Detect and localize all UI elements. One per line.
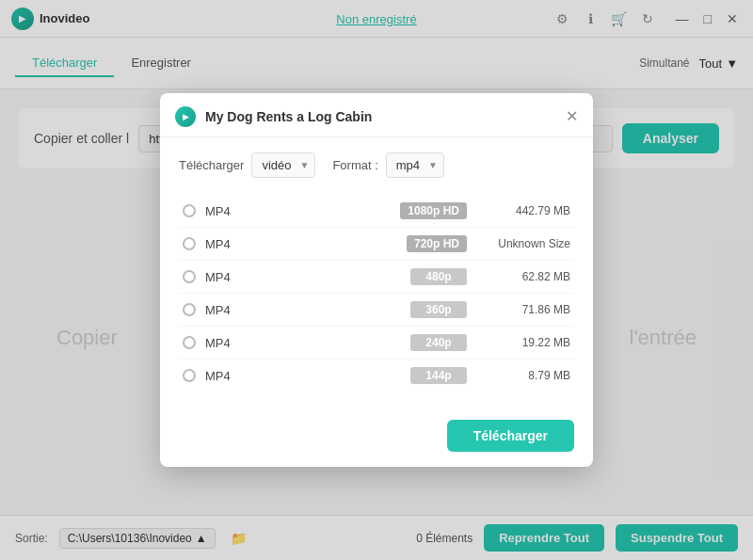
quality-list-item[interactable]: MP4 144p 8.79 MB [179, 360, 574, 392]
quality-badge-2: 480p [410, 268, 467, 285]
quality-badge-5: 144p [410, 367, 467, 384]
quality-size-0: 442.79 MB [476, 204, 570, 217]
modal-dialog: My Dog Rents a Log Cabin ✕ Télécharger v… [160, 93, 593, 467]
modal-header: My Dog Rents a Log Cabin ✕ [160, 93, 593, 137]
quality-format-3: MP4 [205, 303, 252, 317]
quality-size-1: Unknown Size [476, 237, 570, 250]
telecharger-label: Télécharger [179, 158, 244, 172]
quality-size-4: 19.22 MB [476, 336, 570, 349]
quality-radio-0[interactable] [183, 204, 196, 217]
telecharger-button[interactable]: Télécharger [447, 420, 574, 452]
quality-list-item[interactable]: MP4 720p HD Unknown Size [179, 228, 574, 261]
quality-format-2: MP4 [205, 270, 252, 284]
quality-format-0: MP4 [205, 204, 252, 218]
video-dropdown-wrapper: vidéo ▼ [251, 152, 315, 178]
quality-badge-3: 360p [410, 301, 467, 318]
quality-format-4: MP4 [205, 336, 252, 350]
modal-controls: Télécharger vidéo ▼ Format : mp4 ▼ [179, 152, 574, 178]
modal-footer: Télécharger [160, 410, 593, 467]
quality-radio-4[interactable] [183, 336, 196, 349]
modal-overlay: My Dog Rents a Log Cabin ✕ Télécharger v… [0, 0, 753, 560]
quality-radio-2[interactable] [183, 270, 196, 283]
app-window: Inovideo Non enregistré ⚙ ℹ 🛒 ↻ — □ ✕ Té… [0, 0, 753, 560]
modal-body: Télécharger vidéo ▼ Format : mp4 ▼ [160, 137, 593, 410]
quality-badge-4: 240p [410, 334, 467, 351]
quality-list: MP4 1080p HD 442.79 MB MP4 720p HD Unkno… [179, 195, 574, 392]
format-label: Format : [332, 158, 377, 172]
quality-radio-5[interactable] [183, 369, 196, 382]
quality-list-item[interactable]: MP4 480p 62.82 MB [179, 261, 574, 294]
quality-radio-3[interactable] [183, 303, 196, 316]
format-dropdown-wrapper: mp4 ▼ [386, 152, 444, 178]
quality-format-1: MP4 [205, 237, 252, 251]
quality-list-item[interactable]: MP4 1080p HD 442.79 MB [179, 195, 574, 228]
quality-badge-1: 720p HD [407, 235, 467, 252]
quality-radio-1[interactable] [183, 237, 196, 250]
quality-size-2: 62.82 MB [476, 270, 570, 283]
format-dropdown[interactable]: mp4 [386, 152, 444, 178]
video-dropdown[interactable]: vidéo [251, 152, 315, 178]
quality-badge-0: 1080p HD [400, 202, 467, 219]
modal-logo-icon [175, 106, 196, 127]
modal-close-button[interactable]: ✕ [566, 109, 578, 124]
quality-size-3: 71.86 MB [476, 303, 570, 316]
quality-list-item[interactable]: MP4 360p 71.86 MB [179, 294, 574, 327]
quality-size-5: 8.79 MB [476, 369, 570, 382]
modal-title: My Dog Rents a Log Cabin [205, 109, 372, 124]
quality-format-5: MP4 [205, 369, 252, 383]
quality-list-item[interactable]: MP4 240p 19.22 MB [179, 327, 574, 360]
